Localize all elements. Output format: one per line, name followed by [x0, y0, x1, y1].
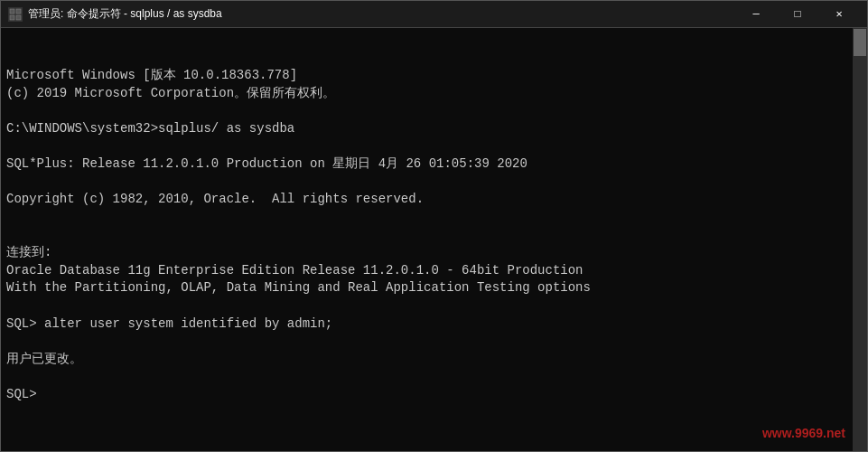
close-button[interactable]: ✕: [818, 1, 860, 28]
terminal-line: [6, 368, 862, 386]
terminal-line: SQL*Plus: Release 11.2.0.1.0 Production …: [6, 155, 862, 174]
terminal-line: C:\WINDOWS\system32>sqlplus/ as sysdba: [6, 120, 862, 138]
terminal-line: [6, 297, 862, 315]
terminal-line: [6, 102, 862, 120]
watermark: www.9969.net: [762, 426, 845, 440]
terminal-line: (c) 2019 Microsoft Corporation。保留所有权利。: [6, 85, 862, 103]
terminal-body[interactable]: Microsoft Windows [版本 10.0.18363.778](c)…: [1, 28, 867, 451]
terminal-line: Oracle Database 11g Enterprise Edition R…: [6, 262, 862, 280]
svg-rect-1: [16, 9, 21, 14]
scrollbar[interactable]: [853, 28, 867, 451]
terminal-line: SQL> alter user system identified by adm…: [6, 315, 862, 334]
scrollbar-thumb[interactable]: [854, 29, 866, 56]
terminal-content: Microsoft Windows [版本 10.0.18363.778](c)…: [6, 32, 862, 403]
terminal-line: With the Partitioning, OLAP, Data Mining…: [6, 279, 862, 297]
svg-rect-3: [16, 15, 21, 20]
svg-rect-0: [10, 9, 14, 14]
terminal-line: 连接到:: [6, 244, 862, 262]
window-controls: ─ □ ✕: [735, 1, 860, 28]
cmd-window: 管理员: 命令提示符 - sqlplus / as sysdba ─ □ ✕ M…: [0, 0, 868, 452]
minimize-button[interactable]: ─: [735, 1, 777, 28]
terminal-line: 用户已更改。: [6, 351, 862, 369]
terminal-line: SQL>: [6, 386, 862, 404]
terminal-line: [6, 209, 862, 227]
title-bar-left: 管理员: 命令提示符 - sqlplus / as sysdba: [8, 6, 222, 22]
terminal-line: [6, 138, 862, 156]
title-bar: 管理员: 命令提示符 - sqlplus / as sysdba ─ □ ✕: [1, 1, 867, 28]
terminal-line: [6, 174, 862, 192]
maximize-button[interactable]: □: [777, 1, 818, 28]
terminal-line: Microsoft Windows [版本 10.0.18363.778]: [6, 67, 862, 85]
terminal-line: [6, 227, 862, 245]
terminal-line: [6, 333, 862, 351]
terminal-line: Copyright (c) 1982, 2010, Oracle. All ri…: [6, 191, 862, 209]
window-icon: [8, 7, 23, 22]
window-title: 管理员: 命令提示符 - sqlplus / as sysdba: [28, 6, 222, 22]
svg-rect-2: [10, 15, 14, 20]
